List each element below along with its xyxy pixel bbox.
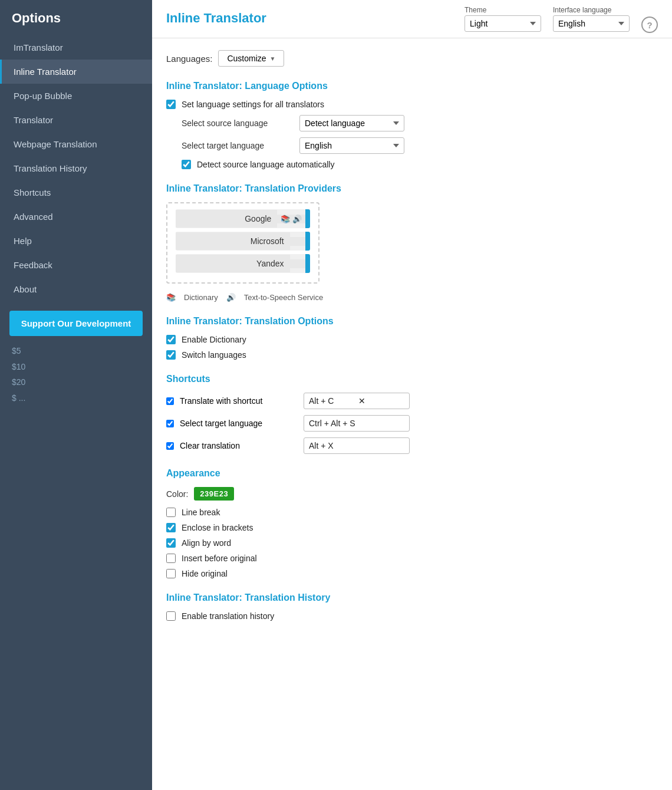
provider-bar-yandex (305, 254, 310, 273)
sidebar-amount[interactable]: $ ... (12, 390, 140, 406)
enable-history-checkbox[interactable] (166, 611, 176, 621)
target-lang-label: Select target language (182, 141, 294, 150)
appearance-checkbox-row-3: Insert before original (166, 554, 658, 563)
shortcut-target-label: Select target language (180, 419, 298, 428)
shortcut-translate-label: Translate with shortcut (180, 396, 298, 406)
main-content: Inline Translator Theme Light Dark Inter… (152, 0, 672, 790)
shortcut-target-value: Ctrl + Alt + S (309, 419, 404, 428)
target-lang-row: Select target language English Spanish F… (182, 137, 658, 154)
detect-source-row: Detect source language automatically (182, 160, 658, 169)
provider-bar-google (305, 209, 310, 228)
customize-button[interactable]: Customize ▼ (218, 50, 284, 67)
detect-source-checkbox[interactable] (182, 160, 191, 169)
color-swatch[interactable]: 239E23 (194, 487, 234, 501)
provider-row-microsoft: Microsoft (176, 232, 310, 251)
sidebar-amount[interactable]: $5 (12, 343, 140, 359)
shortcut-clear-input[interactable]: Alt + X (304, 437, 410, 454)
sidebar-item-about[interactable]: About (0, 277, 152, 301)
header-bar: Inline Translator Theme Light Dark Inter… (152, 0, 672, 38)
appearance-checkbox-row-1: Enclose in brackets (166, 523, 658, 532)
sidebar-item-translation-history[interactable]: Translation History (0, 156, 152, 180)
customize-arrow-icon: ▼ (270, 55, 276, 62)
appearance-checkbox-row-0: Line break (166, 508, 658, 517)
enable-dict-checkbox[interactable] (166, 335, 176, 344)
translation-options-section: Inline Translator: Translation Options E… (166, 316, 658, 360)
interface-lang-label: Interface language (553, 6, 630, 14)
shortcut-translate-input[interactable]: Alt + C ✕ (304, 393, 410, 409)
help-icon[interactable]: ? (641, 17, 658, 33)
switch-lang-row: Switch languages (166, 350, 658, 360)
interface-lang-select[interactable]: English French German Spanish (553, 15, 630, 32)
sidebar-item-imtranslator[interactable]: ImTranslator (0, 35, 152, 60)
sidebar-item-help[interactable]: Help (0, 229, 152, 253)
theme-select[interactable]: Light Dark (465, 15, 541, 32)
provider-name-google: Google (176, 210, 277, 228)
appearance-checkbox-label-3: Insert before original (182, 554, 257, 563)
shortcut-clear-value: Alt + X (309, 441, 404, 450)
translation-options-heading: Inline Translator: Translation Options (166, 316, 658, 327)
shortcut-clear-icon[interactable]: ✕ (358, 397, 404, 405)
translation-history-section: Inline Translator: Translation History E… (166, 592, 658, 621)
sidebar-item-webpage-translation[interactable]: Webpage Translation (0, 132, 152, 156)
languages-label: Languages: (166, 54, 212, 64)
languages-row: Languages: Customize ▼ (166, 50, 658, 67)
enable-dict-row: Enable Dictionary (166, 335, 658, 344)
appearance-checkbox-2[interactable] (166, 538, 176, 548)
shortcut-row-clear: Clear translation Alt + X (166, 437, 658, 454)
appearance-heading: Appearance (166, 468, 658, 479)
appearance-section: Appearance Color: 239E23 Line breakEnclo… (166, 468, 658, 578)
shortcut-translate-checkbox[interactable] (166, 397, 174, 405)
providers-box: Google 📚 🔊 Microsoft Yandex (166, 202, 319, 284)
appearance-checkbox-1[interactable] (166, 523, 176, 532)
target-lang-select[interactable]: English Spanish French German (299, 137, 404, 154)
appearance-checkbox-label-1: Enclose in brackets (182, 523, 253, 532)
sidebar-amount[interactable]: $10 (12, 359, 140, 375)
provider-icons-yandex (290, 259, 305, 268)
tts-legend-icon: 🔊 (226, 293, 236, 302)
provider-bar-microsoft (305, 232, 310, 251)
header-controls: Theme Light Dark Interface language Engl… (465, 6, 658, 33)
appearance-checkboxes: Line breakEnclose in bracketsAlign by wo… (166, 508, 658, 578)
language-options-heading: Inline Translator: Language Options (166, 81, 658, 91)
appearance-checkbox-3[interactable] (166, 554, 176, 563)
shortcut-translate-value: Alt + C (309, 396, 355, 406)
switch-lang-label: Switch languages (182, 350, 246, 360)
source-lang-label: Select source language (182, 119, 294, 128)
detect-source-label: Detect source language automatically (197, 160, 334, 169)
shortcut-clear-checkbox[interactable] (166, 442, 174, 450)
shortcut-target-checkbox[interactable] (166, 420, 174, 427)
shortcuts-section: Shortcuts Translate with shortcut Alt + … (166, 374, 658, 454)
set-lang-checkbox[interactable] (166, 100, 176, 109)
customize-label: Customize (227, 54, 266, 63)
support-button[interactable]: Support Our Development (9, 311, 143, 336)
switch-lang-checkbox[interactable] (166, 350, 176, 360)
sidebar-item-advanced[interactable]: Advanced (0, 205, 152, 229)
appearance-checkbox-row-2: Align by word (166, 538, 658, 548)
sidebar-amount[interactable]: $20 (12, 374, 140, 390)
source-lang-select[interactable]: Detect language English Spanish French G… (299, 115, 404, 131)
color-label: Color: (166, 489, 188, 499)
shortcut-row-target: Select target language Ctrl + Alt + S (166, 415, 658, 432)
appearance-checkbox-0[interactable] (166, 508, 176, 517)
translation-history-heading: Inline Translator: Translation History (166, 592, 658, 603)
set-lang-label: Set language settings for all translator… (182, 100, 324, 109)
sidebar-item-shortcuts[interactable]: Shortcuts (0, 180, 152, 205)
provider-name-microsoft: Microsoft (176, 232, 290, 250)
shortcut-target-input[interactable]: Ctrl + Alt + S (304, 415, 410, 432)
sidebar-item-translator[interactable]: Translator (0, 108, 152, 132)
sidebar-item-pop-up-bubble[interactable]: Pop-up Bubble (0, 84, 152, 108)
shortcut-clear-label: Clear translation (180, 441, 298, 450)
appearance-checkbox-4[interactable] (166, 569, 176, 578)
page-title: Inline Translator (166, 6, 447, 26)
enable-history-label: Enable translation history (182, 611, 274, 621)
shortcut-row-translate: Translate with shortcut Alt + C ✕ (166, 393, 658, 409)
content-area: Languages: Customize ▼ Inline Translator… (152, 38, 672, 649)
appearance-checkbox-label-4: Hide original (182, 569, 228, 578)
language-options-section: Inline Translator: Language Options Set … (166, 81, 658, 169)
sidebar-item-feedback[interactable]: Feedback (0, 253, 152, 277)
appearance-checkbox-row-4: Hide original (166, 569, 658, 578)
sidebar-item-inline-translator[interactable]: Inline Translator (0, 60, 152, 84)
provider-row-google: Google 📚 🔊 (176, 209, 310, 228)
tts-legend-label: Text-to-Speech Service (244, 293, 323, 302)
appearance-checkbox-label-2: Align by word (182, 538, 231, 548)
